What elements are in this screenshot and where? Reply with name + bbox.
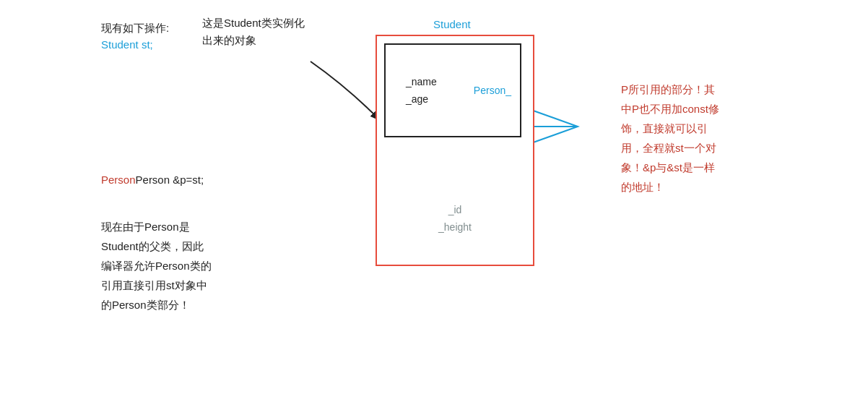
bottom-line-1: 现在由于Person是 [101,217,212,236]
height-field: _height [438,221,472,233]
person-part-box: _name _age Person_ [384,43,521,137]
bottom-line-5: 的Person类部分！ [101,295,212,315]
annotation-block: 这是Student类实例化 出来的对象 [202,14,305,49]
bottom-line-2: Student的父类，因此 [101,236,212,256]
right-line-6: 的地址！ [621,177,838,197]
annotation-line1: 这是Student类实例化 [202,14,305,32]
age-field: _age [406,93,428,105]
right-explanation: P所引用的部分！其 中P也不用加const修 饰，直接就可以引 用，全程就st一… [621,80,838,197]
right-line-5: 象！&p与&st是一样 [621,158,838,177]
person-ref-rest: Person &p=st; [136,174,204,186]
student-object-box: _name _age Person_ _id _height [376,35,534,266]
page-container: 现有如下操作: Student st; 这是Student类实例化 出来的对象 … [0,0,868,415]
name-field: _name [406,76,437,87]
person-tag-label: Person_ [474,85,511,96]
operation-label: 现有如下操作: [101,22,169,35]
student-declaration: Student st; [101,38,169,51]
bottom-line-4: 引用直接引用st对象中 [101,275,212,295]
student-fields-block: _id _height [377,201,533,236]
bottom-explanation: 现在由于Person是 Student的父类，因此 编译器允许Person类的 … [101,217,212,315]
right-line-3: 饰，直接就可以引 [621,119,838,138]
id-field: _id [448,204,462,215]
person-keyword: Person [101,174,136,186]
right-line-2: 中P也不用加const修 [621,99,838,119]
left-text-block: 现有如下操作: Student st; [101,22,169,56]
right-line-1: P所引用的部分！其 [621,80,838,99]
student-class-label: Student [433,18,534,30]
person-reference-block: PersonPerson &p=st; [101,174,204,186]
object-diagram: Student _name _age Person_ _id _height [376,18,534,266]
bottom-line-3: 编译器允许Person类的 [101,256,212,275]
right-line-4: 用，全程就st一个对 [621,138,838,158]
annotation-line2: 出来的对象 [202,32,305,49]
